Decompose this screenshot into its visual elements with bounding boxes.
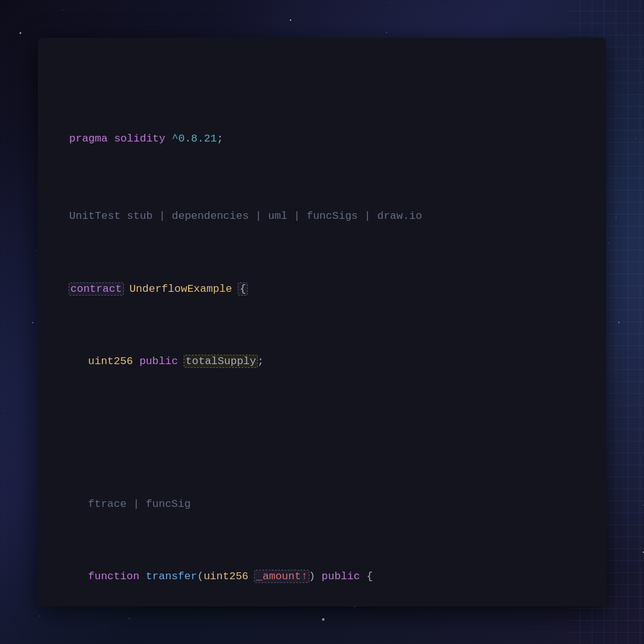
star: [290, 19, 291, 21]
param-type: uint256: [204, 570, 248, 582]
code-editor: pragma solidity ^0.8.21; UnitTest stub |…: [38, 38, 606, 606]
ftrace-comment: ftrace | funcSig: [88, 498, 191, 510]
totalsupply-highlight: totalSupply: [184, 355, 257, 367]
star: [322, 618, 325, 621]
transfer-name: transfer: [146, 570, 197, 582]
function-keyword: function: [88, 570, 140, 582]
ftrace-line: ftrace | funcSig: [88, 496, 575, 514]
amount-arrow: ↑: [301, 570, 308, 582]
star: [3, 410, 4, 411]
star: [39, 616, 40, 616]
pragma-line: pragma solidity ^0.8.21;: [69, 130, 575, 148]
public-keyword2: public: [321, 570, 360, 582]
star: [386, 32, 387, 33]
amount-param: _amount: [256, 570, 301, 582]
pragma-version: ^0.8.21: [165, 133, 217, 145]
star: [390, 3, 391, 3]
meta-line: UnitTest stub | dependencies | uml | fun…: [69, 208, 575, 226]
star: [129, 618, 130, 619]
star: [104, 624, 104, 625]
public-keyword: public: [140, 355, 178, 367]
star: [62, 9, 63, 10]
code-content: pragma solidity ^0.8.21; UnitTest stub |…: [69, 75, 575, 606]
contract-open-brace-highlight: {: [238, 283, 247, 295]
function-sig-line: function transfer(uint256 _amount↑) publ…: [88, 568, 575, 586]
contract-line: contract UnderflowExample {: [69, 280, 575, 299]
amount-param-highlight: _amount↑: [255, 570, 309, 582]
uint256-type: uint256: [88, 355, 133, 367]
star: [32, 322, 33, 323]
star: [19, 32, 21, 34]
contract-name: UnderflowExample: [130, 283, 232, 295]
state-var-line: uint256 public totalSupply;: [88, 353, 575, 371]
meta-comment: UnitTest stub | dependencies | uml | fun…: [69, 210, 422, 222]
pragma-keyword: pragma solidity: [69, 133, 165, 145]
contract-keyword-highlight: contract: [69, 283, 123, 295]
